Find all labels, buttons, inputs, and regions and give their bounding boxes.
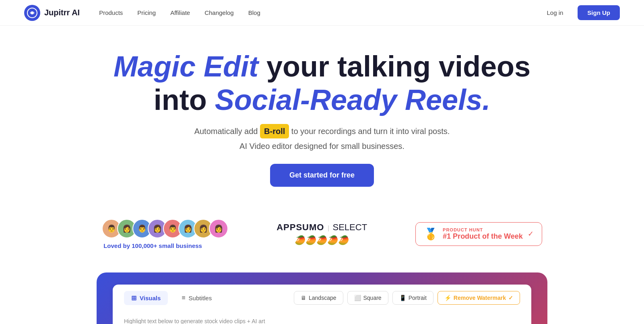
headline-rest1: your talking videos <box>258 50 530 83</box>
navbar: Jupitrr AI Products Pricing Affiliate Ch… <box>0 0 644 26</box>
ph-label: PRODUCT HUNT <box>443 227 523 232</box>
avatars-row: 👨 👩 👨 👩 👨 👩 👩 👩 <box>102 219 228 238</box>
lightning-icon: ⚡ <box>444 295 451 301</box>
demo-section: ⊞ Visuals ≡ Subtitles 🖥 Landscape ⬜ Squa… <box>97 272 547 324</box>
loved-prefix: Loved by <box>103 242 132 249</box>
btn-square[interactable]: ⬜ Square <box>347 291 388 305</box>
avatars-section: 👨 👩 👨 👩 👨 👩 👩 👩 Loved by 100,000+ small … <box>102 219 228 249</box>
product-hunt-badge: 🥇 PRODUCT HUNT #1 Product of the Week ✓ <box>415 222 542 246</box>
sub1-suffix: to your recordings and turn it into vira… <box>289 127 450 136</box>
subtitles-icon: ≡ <box>182 294 185 301</box>
appsumo-badge: APPSUMO | SELECT 🥭🥭🥭🥭🥭 <box>277 222 367 246</box>
logo[interactable]: Jupitrr AI <box>24 5 80 21</box>
nav-affiliate[interactable]: Affiliate <box>170 9 190 16</box>
landscape-label: Landscape <box>309 295 336 301</box>
btn-remove-watermark[interactable]: ⚡ Remove Watermark ✓ <box>438 291 520 305</box>
demo-content: Highlight text below to generate stock v… <box>113 312 531 324</box>
portrait-label: Portrait <box>409 295 427 301</box>
social-proof-section: 👨 👩 👨 👩 👨 👩 👩 👩 Loved by 100,000+ small … <box>0 219 644 249</box>
ph-text: PRODUCT HUNT #1 Product of the Week <box>443 227 523 241</box>
loved-text: Loved by 100,000+ small business <box>103 242 202 249</box>
hero-headline: Magic Edit your talking videos into Soci… <box>16 50 628 117</box>
btn-portrait[interactable]: 📱 Portrait <box>392 291 433 305</box>
broll-badge: B-roll <box>260 124 289 138</box>
visuals-icon: ⊞ <box>131 294 136 302</box>
appsumo-select: SELECT <box>333 222 367 232</box>
hero-section: Magic Edit your talking videos into Soci… <box>0 26 644 203</box>
demo-hint: Highlight text below to generate stock v… <box>124 318 265 324</box>
signup-button[interactable]: Sign Up <box>578 5 620 20</box>
nav-products[interactable]: Products <box>99 9 123 16</box>
square-icon: ⬜ <box>354 295 361 301</box>
avatar: 👩 <box>209 219 228 238</box>
square-label: Square <box>363 295 382 301</box>
tab-subtitles[interactable]: ≡ Subtitles <box>174 291 219 305</box>
tab-subtitles-label: Subtitles <box>189 295 212 301</box>
logo-icon <box>24 5 40 21</box>
tab-visuals-label: Visuals <box>140 295 161 301</box>
demo-wrapper: ⊞ Visuals ≡ Subtitles 🖥 Landscape ⬜ Squa… <box>0 260 644 324</box>
appsumo-label: APPSUMO <box>277 222 324 232</box>
headline-into: into <box>154 84 215 116</box>
appsumo-separator: | <box>328 225 329 231</box>
nav-left: Jupitrr AI Products Pricing Affiliate Ch… <box>24 5 260 21</box>
remove-wm-check-icon: ✓ <box>508 295 513 301</box>
appsumo-title: APPSUMO | SELECT <box>277 222 367 233</box>
hero-subtext2: AI Video editor designed for small busin… <box>16 142 628 151</box>
cta-button[interactable]: Get started for free <box>270 164 374 187</box>
ph-medal-icon: 🥇 <box>424 227 438 241</box>
appsumo-stars: 🥭🥭🥭🥭🥭 <box>295 235 349 246</box>
loved-count: 100,000+ <box>132 242 157 249</box>
headline-magic: Magic Edit <box>114 50 258 83</box>
nav-right: Log in Sign Up <box>540 5 620 20</box>
demo-toolbar: ⊞ Visuals ≡ Subtitles 🖥 Landscape ⬜ Squa… <box>113 285 531 312</box>
ph-title: #1 Product of the Week <box>443 232 523 241</box>
nav-changelog[interactable]: Changelog <box>204 9 234 16</box>
svg-point-1 <box>31 12 33 14</box>
sub1-prefix: Automatically add <box>194 127 260 136</box>
headline-social: Social-Ready Reels. <box>215 84 490 116</box>
landscape-icon: 🖥 <box>301 295 306 301</box>
nav-blog[interactable]: Blog <box>248 9 260 16</box>
ph-check-icon: ✓ <box>528 229 534 238</box>
btn-landscape[interactable]: 🖥 Landscape <box>294 291 343 305</box>
portrait-icon: 📱 <box>399 295 406 301</box>
login-button[interactable]: Log in <box>540 6 570 19</box>
hero-subtext1: Automatically add B-roll to your recordi… <box>16 124 628 138</box>
loved-suffix: small business <box>157 242 202 249</box>
toolbar-right: 🖥 Landscape ⬜ Square 📱 Portrait ⚡ Remove… <box>294 291 520 305</box>
tab-visuals[interactable]: ⊞ Visuals <box>124 291 168 305</box>
remove-wm-label: Remove Watermark <box>454 295 506 301</box>
logo-text: Jupitrr AI <box>44 8 80 17</box>
nav-pricing[interactable]: Pricing <box>137 9 156 16</box>
nav-links: Products Pricing Affiliate Changelog Blo… <box>99 9 260 16</box>
